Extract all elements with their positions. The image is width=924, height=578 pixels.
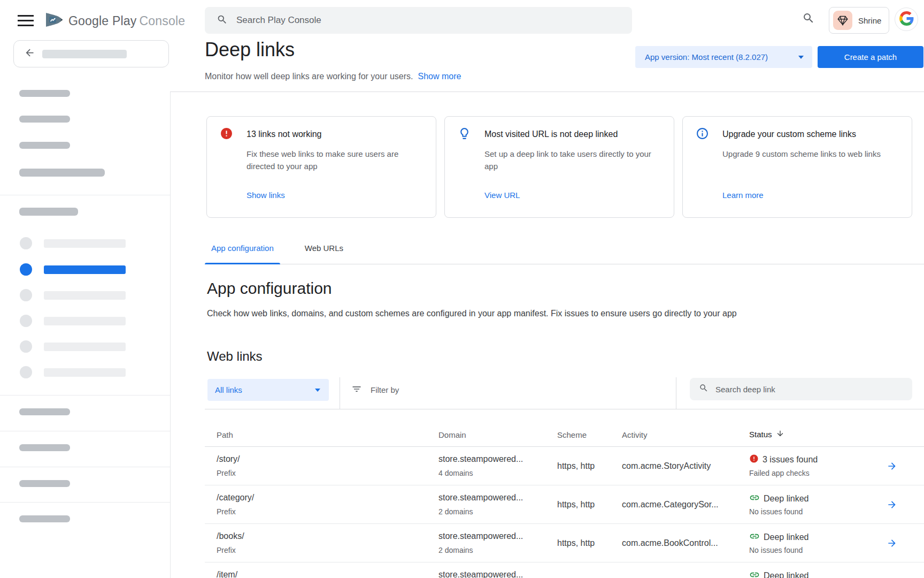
table-row[interactable]: /item/ store.steampowered... Deep linked xyxy=(205,562,924,578)
show-more-link[interactable]: Show more xyxy=(418,72,461,81)
table-header: Path Domain Scheme Activity Status xyxy=(205,409,924,447)
chevron-down-icon xyxy=(798,56,804,59)
column-header-status[interactable]: Status xyxy=(749,429,784,439)
table-row[interactable]: /category/ Prefix store.steampowered... … xyxy=(205,485,924,524)
lightbulb-icon xyxy=(458,127,471,142)
cell-domain-count: 4 domains xyxy=(438,469,473,477)
card-body: Upgrade 9 custom scheme links to web lin… xyxy=(722,148,899,160)
show-links-link[interactable]: Show links xyxy=(247,191,285,200)
table-row[interactable]: /books/ Prefix store.steampowered... 2 d… xyxy=(205,524,924,562)
filter-bar: All links Filter by xyxy=(205,377,924,409)
column-header-domain: Domain xyxy=(438,430,466,439)
sidebar-nav-item-skeleton[interactable] xyxy=(0,340,170,353)
cell-path-type: Prefix xyxy=(217,546,236,554)
tab-app-configuration[interactable]: App configuration xyxy=(205,244,280,264)
section-title: App configuration xyxy=(207,279,332,298)
column-header-path: Path xyxy=(217,430,233,439)
cell-scheme: https, http xyxy=(557,500,595,509)
row-arrow-icon[interactable] xyxy=(887,538,897,551)
link-icon xyxy=(749,531,760,544)
global-search-input[interactable] xyxy=(236,15,579,26)
filter-by-button[interactable]: Filter by xyxy=(351,377,399,402)
app-version-selector[interactable]: App version: Most recent (8.2.027) xyxy=(635,46,812,68)
cell-status-sub: Failed app checks xyxy=(749,469,810,477)
sidebar-nav-item-skeleton[interactable] xyxy=(0,289,170,302)
nav-item-label-skeleton xyxy=(44,317,126,325)
cell-activity: com.acme.StoryActivity xyxy=(622,461,711,471)
deep-link-search-bar[interactable] xyxy=(690,378,912,400)
logo-text-google-play: Google Play xyxy=(68,14,137,28)
nav-item-label-skeleton xyxy=(44,368,126,377)
table-row[interactable]: /story/ Prefix store.steampowered... 4 d… xyxy=(205,447,924,485)
cell-path: /item/ xyxy=(217,570,237,578)
sidebar-nav-item-skeleton[interactable] xyxy=(0,366,170,379)
cell-status-sub: No issues found xyxy=(749,546,803,554)
link-icon xyxy=(749,569,760,578)
card-most-visited-url: Most visited URL is not deep linked Set … xyxy=(444,116,674,218)
back-arrow-icon xyxy=(24,47,35,60)
sidebar-divider xyxy=(0,395,170,396)
nav-item-icon-skeleton xyxy=(20,315,32,327)
cell-path: /story/ xyxy=(217,454,240,464)
cell-path: /category/ xyxy=(217,493,254,503)
create-patch-button[interactable]: Create a patch xyxy=(818,46,923,68)
cell-path: /books/ xyxy=(217,531,244,541)
link-icon xyxy=(749,492,760,505)
card-body: Set up a deep link to take users directl… xyxy=(484,148,661,172)
menu-icon[interactable] xyxy=(18,15,34,26)
header-divider xyxy=(170,92,924,92)
view-url-link[interactable]: View URL xyxy=(484,191,520,200)
sidebar-skeleton-bar xyxy=(19,116,70,123)
sidebar-nav-item-skeleton[interactable] xyxy=(0,315,170,328)
cell-domain-count: 2 domains xyxy=(438,507,473,516)
status-label: 3 issues found xyxy=(763,455,818,465)
sort-descending-icon xyxy=(776,429,784,439)
sidebar-divider xyxy=(0,502,170,503)
links-filter-value: All links xyxy=(215,385,242,394)
row-arrow-icon[interactable] xyxy=(887,461,897,474)
cell-activity: com.acme.CategorySor... xyxy=(622,500,719,509)
filter-divider xyxy=(340,377,340,409)
cell-domain: store.steampowered... xyxy=(438,531,523,541)
table-body: /story/ Prefix store.steampowered... 4 d… xyxy=(205,447,924,578)
deep-link-search-input[interactable] xyxy=(715,385,892,394)
app-switcher-label: Shrine xyxy=(858,16,881,25)
cell-domain: store.steampowered... xyxy=(438,493,523,503)
sidebar-skeleton-bar xyxy=(19,142,70,149)
page-subtitle-text: Monitor how well deep links are working … xyxy=(205,72,413,81)
column-header-scheme: Scheme xyxy=(557,430,587,439)
card-upgrade-custom-scheme: Upgrade your custom scheme links Upgrade… xyxy=(682,116,912,218)
row-arrow-icon[interactable] xyxy=(887,499,897,512)
card-title: Upgrade your custom scheme links xyxy=(722,130,856,139)
links-filter-dropdown[interactable]: All links xyxy=(207,379,329,401)
learn-more-link[interactable]: Learn more xyxy=(722,191,764,200)
cell-path-type: Prefix xyxy=(217,507,236,516)
search-icon-button[interactable] xyxy=(802,12,815,27)
back-button[interactable] xyxy=(13,40,169,67)
sidebar-skeleton-bar xyxy=(19,90,70,97)
cell-path-type: Prefix xyxy=(217,469,236,477)
nav-item-label-skeleton xyxy=(44,343,126,351)
cell-status: Deep linked xyxy=(749,569,809,578)
back-label-skeleton xyxy=(42,50,127,58)
search-icon xyxy=(217,14,228,27)
sidebar-section-skeleton xyxy=(19,208,78,216)
cell-scheme: https, http xyxy=(557,538,595,548)
page-title: Deep links xyxy=(205,39,295,61)
sidebar-nav-item-skeleton[interactable] xyxy=(0,237,170,250)
nav-item-icon-skeleton xyxy=(20,340,32,353)
sidebar-skeleton-bar xyxy=(19,408,70,415)
nav-item-label-skeleton xyxy=(44,291,126,300)
global-search-bar[interactable] xyxy=(205,7,632,34)
sidebar-nav-item-selected[interactable] xyxy=(0,263,170,276)
tab-bar: App configuration Web URLs xyxy=(205,244,924,264)
page-subtitle: Monitor how well deep links are working … xyxy=(205,72,461,81)
search-icon xyxy=(699,383,709,395)
app-switcher[interactable]: Shrine xyxy=(829,7,889,34)
tab-web-urls[interactable]: Web URLs xyxy=(298,244,350,264)
sidebar-divider xyxy=(0,195,170,195)
cell-status: Deep linked xyxy=(749,492,809,505)
account-avatar[interactable] xyxy=(895,7,918,31)
logo-text-console: Console xyxy=(140,14,186,28)
status-label: Deep linked xyxy=(764,533,809,542)
